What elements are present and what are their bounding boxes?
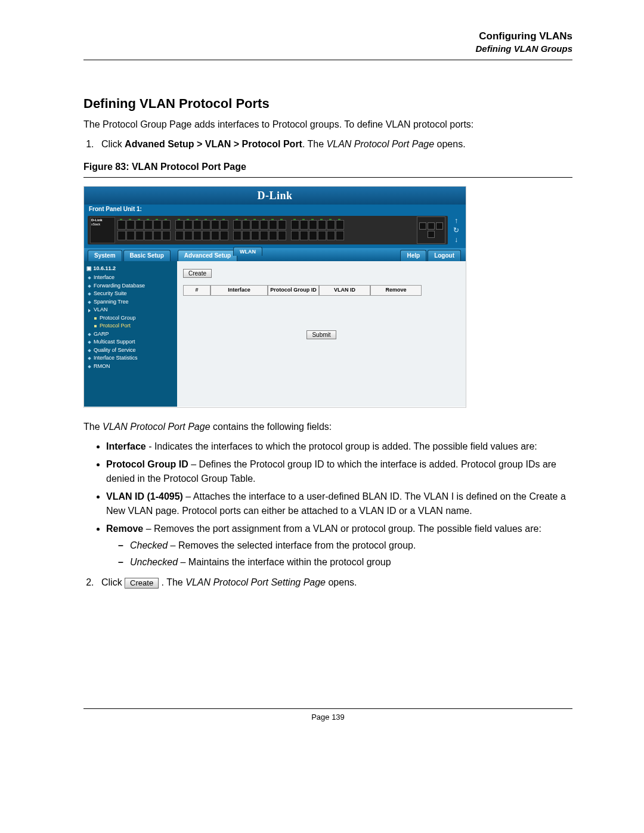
port-icon: [309, 231, 317, 240]
port-icon: [184, 220, 193, 230]
remove-sub-list: Checked – Removes the selected interface…: [106, 538, 572, 569]
port-icon: [135, 231, 144, 240]
port-icon: [242, 231, 250, 240]
remove-checked: Checked – Removes the selected interface…: [130, 538, 572, 553]
tree-vlan[interactable]: VLAN: [86, 306, 175, 314]
tree-protocol-group[interactable]: Protocol Group: [86, 314, 175, 323]
tree-protocol-port[interactable]: Protocol Port: [86, 322, 175, 330]
tab-logout[interactable]: Logout: [428, 250, 461, 261]
port-icon: [278, 231, 286, 240]
footer-rule: [83, 708, 572, 709]
tree-spanning-tree[interactable]: Spanning Tree: [86, 298, 175, 306]
port-icon: [211, 220, 219, 230]
col-remove: Remove: [370, 285, 422, 296]
port-icon: [175, 231, 184, 240]
tab-advanced-setup[interactable]: Advanced Setup: [178, 250, 237, 261]
port-icon: [251, 220, 259, 230]
col-interface: Interface: [210, 285, 268, 296]
aux-port-icon: [419, 222, 426, 230]
port-icon: [291, 220, 299, 230]
field-protocol-group-id: Protocol Group ID – Defines the Protocol…: [106, 457, 572, 486]
device-icon: ▣: [86, 265, 94, 271]
port-icon: [336, 231, 344, 240]
port-icon: [318, 220, 326, 230]
scroll-arrows[interactable]: ↑ ↻ ↓: [450, 216, 462, 244]
page-header: Configuring VLANs Defining VLAN Groups: [83, 30, 572, 55]
tree-rmon[interactable]: RMON: [86, 363, 175, 371]
port-icon: [220, 231, 228, 240]
tree-quality-of-service[interactable]: Quality of Service: [86, 346, 175, 355]
aux-port-icon: [428, 222, 435, 230]
port-icon: [220, 220, 228, 230]
port-icon: [269, 220, 277, 230]
main-area: ▣ 10.6.11.2 Interface Forwarding Databas…: [84, 261, 466, 407]
submit-row: Submit: [183, 329, 460, 339]
port-icon: [153, 231, 162, 240]
aux-ports: [417, 216, 445, 244]
port-icon: [144, 220, 153, 230]
header-rule: [83, 60, 572, 60]
tree-security-suite[interactable]: Security Suite: [86, 290, 175, 298]
step-list-2: Click Create . The VLAN Protocol Port Se…: [83, 575, 572, 589]
tree-root[interactable]: ▣ 10.6.11.2: [86, 265, 175, 273]
field-interface: Interface - Indicates the interfaces to …: [106, 439, 572, 454]
screenshot-figure: D-Link Front Panel Unit 1: D-Link xStack: [83, 186, 466, 408]
switch-front-panel: D-Link xStack ↑ ↻: [84, 213, 466, 248]
port-icon: [318, 231, 326, 240]
tree-garp[interactable]: GARP: [86, 330, 175, 339]
port-icon: [193, 220, 202, 230]
arrow-down-icon[interactable]: ↓: [454, 236, 458, 244]
port-icon: [162, 220, 171, 230]
port-icon: [202, 231, 210, 240]
tab-basic-setup[interactable]: Basic Setup: [123, 250, 171, 261]
port-icon: [242, 220, 250, 230]
port-icon: [309, 220, 317, 230]
table-header: # Interface Protocol Group ID VLAN ID Re…: [183, 285, 460, 296]
port-icon: [135, 220, 144, 230]
header-section: Defining VLAN Groups: [83, 43, 572, 55]
port-icon: [300, 220, 308, 230]
port-icon: [117, 220, 126, 230]
aux-port-icon: [436, 222, 443, 230]
tree-multicast-support[interactable]: Multicast Support: [86, 338, 175, 346]
tab-help[interactable]: Help: [400, 250, 426, 261]
submit-button[interactable]: Submit: [306, 330, 336, 339]
port-icon: [327, 231, 335, 240]
port-icon: [327, 220, 335, 230]
step-1: Click Advaned Setup > VLAN > Protocol Po…: [97, 137, 572, 151]
intro-text: The Protocol Group Page adds interfaces …: [83, 117, 572, 131]
port-icon: [126, 220, 135, 230]
port-icon: [202, 220, 210, 230]
create-button[interactable]: Create: [183, 269, 212, 278]
port-rows: [117, 220, 414, 240]
figure-rule: [83, 177, 572, 178]
port-icon: [291, 231, 299, 240]
tree-interface[interactable]: Interface: [86, 274, 175, 282]
port-icon: [278, 220, 286, 230]
port-icon: [117, 231, 126, 240]
field-list: Interface - Indicates the interfaces to …: [83, 439, 572, 569]
tab-system[interactable]: System: [88, 250, 122, 261]
switch-body: D-Link xStack: [88, 216, 448, 244]
tab-wlan[interactable]: WLAN: [233, 247, 262, 256]
tree-interface-statistics[interactable]: Interface Statistics: [86, 354, 175, 363]
field-remove: Remove – Removes the port assignment fro…: [106, 522, 572, 569]
aux-port-icon: [428, 231, 435, 238]
refresh-icon[interactable]: ↻: [453, 226, 459, 234]
port-icon: [144, 231, 153, 240]
inline-create-button: Create: [125, 578, 159, 589]
fields-intro: The VLAN Protocol Port Page contains the…: [83, 420, 572, 433]
port-icon: [233, 231, 242, 240]
port-row-top: [117, 220, 414, 230]
col-vlan-id: VLAN ID: [319, 285, 370, 296]
page-title: Defining VLAN Protocol Ports: [83, 96, 572, 112]
switch-label-block: D-Link xStack: [90, 217, 115, 243]
figure-caption: Figure 83: VLAN Protocol Port Page: [83, 162, 572, 172]
step-list: Click Advaned Setup > VLAN > Protocol Po…: [83, 137, 572, 151]
page-number: Page 139: [83, 713, 572, 721]
port-icon: [211, 231, 219, 240]
arrow-up-icon[interactable]: ↑: [454, 216, 458, 225]
col-protocol-group-id: Protocol Group ID: [268, 285, 319, 296]
port-row-bottom: [117, 231, 414, 240]
tree-forwarding-database[interactable]: Forwarding Database: [86, 282, 175, 290]
